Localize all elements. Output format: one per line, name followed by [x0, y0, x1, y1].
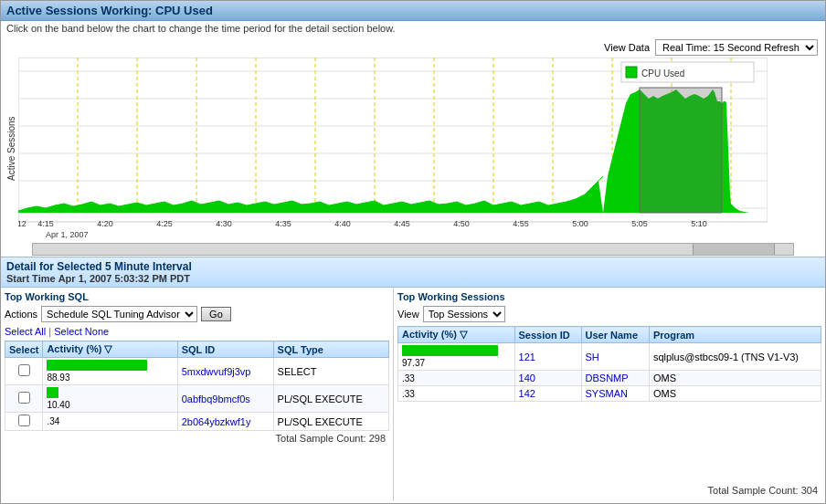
actions-row: Actions Schedule SQL Tuning Advisor Go — [5, 306, 389, 322]
select-links: Select All | Select None — [5, 326, 389, 337]
actions-select[interactable]: Schedule SQL Tuning Advisor — [41, 306, 197, 322]
detail-title: Detail for Selected 5 Minute Interval — [6, 260, 820, 273]
svg-text:4:50: 4:50 — [453, 219, 470, 228]
sess-col-sessionid: Session ID — [514, 327, 581, 343]
svg-text:4:25: 4:25 — [156, 219, 173, 228]
svg-text:4:45: 4:45 — [394, 219, 410, 228]
sess2-sessionid-link[interactable]: 140 — [519, 373, 535, 383]
svg-text:4:15: 4:15 — [37, 219, 54, 228]
svg-text:4:12: 4:12 — [18, 219, 26, 228]
row1-sqlid: 5mxdwvuf9j3vp — [177, 358, 273, 385]
sess1-program: sqlplus@stbcs09-1 (TNS V1-V3) — [649, 343, 821, 371]
svg-text:4:30: 4:30 — [216, 219, 232, 228]
left-total-sample: Total Sample Count: 298 — [5, 431, 389, 446]
right-panel-title: Top Working Sessions — [397, 291, 821, 302]
sql-col-sqlid: SQL ID — [177, 341, 273, 358]
sess3-username-link[interactable]: SYSMAN — [586, 388, 628, 399]
right-panel: Top Working Sessions View Top Sessions A… — [394, 288, 825, 501]
chart-area: View Data Real Time: 15 Second Refresh A… — [1, 36, 825, 242]
sess-col-activity: Activity (%) ▽ — [398, 327, 515, 343]
sess1-activity-value: 97.37 — [402, 358, 511, 368]
sess1-username-link[interactable]: SH — [586, 352, 599, 362]
refresh-select[interactable]: Real Time: 15 Second Refresh — [655, 39, 818, 56]
row1-activity-value: 88.93 — [47, 373, 173, 383]
row3-checkbox-cell — [5, 413, 43, 431]
sess2-activity-value: .33 — [402, 373, 511, 383]
sess1-username: SH — [581, 343, 649, 371]
table-row: 10.40 0abfbq9bmcf0s PL/SQL EXECUTE — [5, 385, 389, 413]
row2-activity-value: 10.40 — [47, 400, 173, 410]
svg-text:5:05: 5:05 — [631, 219, 648, 228]
view-row: View Top Sessions — [397, 306, 821, 322]
sess-col-program: Program — [649, 327, 821, 343]
svg-text:Apr 1, 2007: Apr 1, 2007 — [46, 230, 89, 239]
sess1-activity-bar — [402, 345, 498, 356]
row2-sqlid-link[interactable]: 0abfbq9bmcf0s — [182, 394, 250, 404]
sess2-username-link[interactable]: DBSNMP — [586, 373, 629, 383]
row3-activity: .34 — [43, 413, 177, 431]
chart-header: View Data Real Time: 15 Second Refresh — [5, 37, 821, 58]
sessions-table: Activity (%) ▽ Session ID User Name Prog… — [397, 326, 821, 402]
view-label: View — [397, 309, 419, 320]
chart-svg: 1.2 1.0 0.8 0.6 0.4 0.2 0.0 — [18, 58, 768, 240]
sess3-username: SYSMAN — [581, 386, 649, 402]
row1-checkbox[interactable] — [18, 364, 30, 376]
detail-header: Detail for Selected 5 Minute Interval St… — [1, 257, 825, 288]
row3-sqlid-link[interactable]: 2b064ybzkwf1y — [182, 416, 251, 427]
row1-checkbox-cell — [5, 358, 43, 385]
sess1-sessionid-link[interactable]: 121 — [519, 352, 535, 362]
select-none-link[interactable]: Select None — [54, 326, 109, 337]
left-panel: Top Working SQL Actions Schedule SQL Tun… — [1, 288, 394, 501]
row2-activity: 10.40 — [43, 385, 177, 413]
svg-text:4:35: 4:35 — [275, 219, 291, 228]
row3-checkbox[interactable] — [18, 415, 30, 426]
row1-activity-bar — [47, 360, 147, 371]
sql-col-sqltype: SQL Type — [273, 341, 388, 358]
y-axis-label: Active Sessions — [5, 58, 18, 240]
row3-activity-value: .34 — [47, 416, 173, 426]
row3-sqlid: 2b064ybzkwf1y — [177, 413, 273, 431]
row2-checkbox-cell — [5, 385, 43, 413]
go-button[interactable]: Go — [201, 307, 231, 321]
row2-sqlid: 0abfbq9bmcf0s — [177, 385, 273, 413]
svg-text:4:20: 4:20 — [97, 219, 113, 228]
sql-col-activity: Activity (%) ▽ — [43, 341, 177, 358]
view-data-label: View Data — [604, 42, 650, 53]
svg-text:CPU Used: CPU Used — [641, 68, 684, 79]
row1-activity: 88.93 — [43, 358, 177, 385]
sql-col-select: Select — [5, 341, 43, 358]
sess3-activity: .33 — [398, 386, 515, 402]
sess3-program: OMS — [649, 386, 821, 402]
sess1-activity: 97.37 — [398, 343, 515, 371]
chart-svg-container: 1.2 1.0 0.8 0.6 0.4 0.2 0.0 — [18, 58, 821, 240]
table-row: .34 2b064ybzkwf1y PL/SQL EXECUTE — [5, 413, 389, 431]
left-panel-title: Top Working SQL — [5, 291, 389, 302]
scrollbar-area[interactable] — [32, 243, 794, 256]
sess3-sessionid: 142 — [514, 386, 581, 402]
right-total-sample: Total Sample Count: 304 — [397, 483, 821, 498]
sess3-sessionid-link[interactable]: 142 — [519, 388, 535, 399]
actions-label: Actions — [5, 309, 37, 320]
row3-sqltype: PL/SQL EXECUTE — [273, 413, 388, 431]
svg-text:4:55: 4:55 — [513, 219, 529, 228]
sql-table: Select Activity (%) ▽ SQL ID SQL Type 88… — [5, 341, 389, 431]
chart-wrapper: Active Sessions — [5, 58, 821, 240]
table-row: 88.93 5mxdwvuf9j3vp SELECT — [5, 358, 389, 385]
session-row: .33 140 DBSNMP OMS — [398, 371, 821, 386]
session-row: .33 142 SYSMAN OMS — [398, 386, 821, 402]
detail-start-time: Start Time Apr 1, 2007 5:03:32 PM PDT — [6, 273, 820, 284]
sess2-program: OMS — [649, 371, 821, 386]
row2-checkbox[interactable] — [18, 392, 30, 404]
svg-rect-44 — [626, 67, 637, 78]
main-container: Active Sessions Working: CPU Used Click … — [0, 0, 826, 504]
row1-sqlid-link[interactable]: 5mxdwvuf9j3vp — [182, 366, 251, 377]
sess2-sessionid: 140 — [514, 371, 581, 386]
session-row: 97.37 121 SH sqlplus@stbcs09-1 (TNS V1-V… — [398, 343, 821, 371]
sess1-sessionid: 121 — [514, 343, 581, 371]
sess-col-username: User Name — [581, 327, 649, 343]
sess2-activity: .33 — [398, 371, 515, 386]
row1-sqltype: SELECT — [273, 358, 388, 385]
select-all-link[interactable]: Select All — [5, 326, 46, 337]
svg-text:5:00: 5:00 — [572, 219, 588, 228]
view-select[interactable]: Top Sessions — [423, 306, 505, 322]
